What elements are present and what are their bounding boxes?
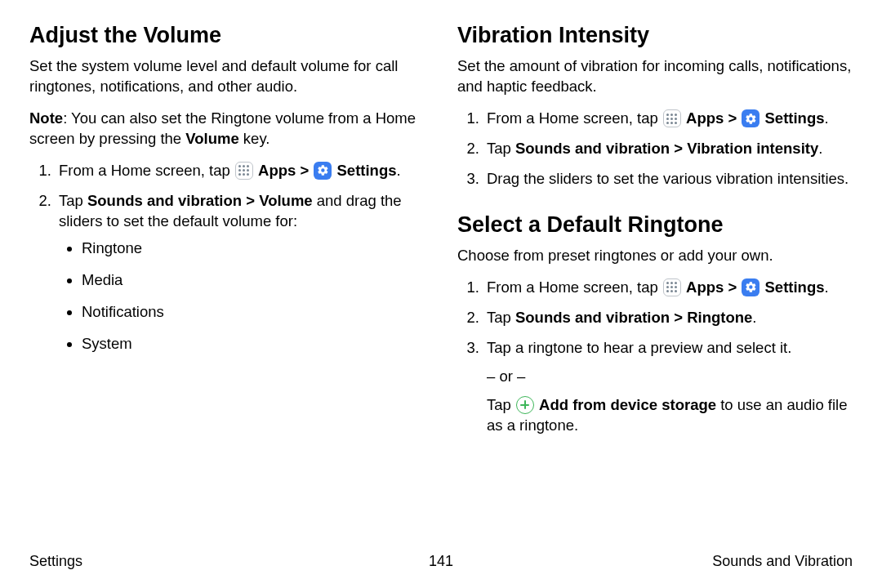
- intro-vibration-intensity: Set the amount of vibration for incoming…: [457, 56, 853, 97]
- settings-label: Settings: [765, 278, 825, 296]
- step-1: From a Home screen, tap Apps > Settings.: [56, 161, 425, 181]
- apps-icon: [235, 162, 253, 180]
- bullet-ringtone: Ringtone: [82, 238, 425, 259]
- step-2-bold: Sounds and vibration > Volume: [87, 192, 313, 209]
- step-3b-text-a: Tap: [487, 396, 515, 413]
- or-divider: – or –: [487, 367, 853, 387]
- apps-label: Apps: [686, 109, 724, 127]
- note-adjust-volume: Note: You can also set the Ringtone volu…: [29, 109, 425, 149]
- page-footer: Settings 141 Sounds and Vibration: [29, 553, 853, 570]
- step-3-alt: Tap Add from device storage to use an au…: [487, 395, 853, 436]
- period: .: [397, 162, 401, 179]
- caret: >: [728, 109, 737, 127]
- settings-icon: [314, 162, 332, 180]
- intro-default-ringtone: Choose from preset ringtones or add your…: [457, 246, 853, 266]
- steps-vibration-intensity: From a Home screen, tap Apps > Settings.…: [457, 109, 853, 189]
- step-2: Tap Sounds and vibration > Ringtone.: [483, 308, 853, 328]
- step-3: Drag the sliders to set the various vibr…: [483, 169, 853, 189]
- note-label: Note: [29, 109, 63, 127]
- heading-adjust-volume: Adjust the Volume: [29, 23, 425, 48]
- footer-page-number: 141: [429, 553, 453, 570]
- step-1: From a Home screen, tap Apps > Settings.: [483, 109, 853, 129]
- intro-adjust-volume: Set the system volume level and default …: [29, 56, 425, 97]
- heading-default-ringtone: Select a Default Ringtone: [457, 212, 853, 238]
- bullet-notifications: Notifications: [82, 302, 425, 323]
- step-3-text: Tap a ringtone to hear a preview and sel…: [487, 339, 791, 356]
- step-3b-bold: Add from device storage: [539, 396, 716, 413]
- step-1-text-a: From a Home screen, tap: [59, 162, 234, 179]
- period: .: [818, 140, 822, 157]
- apps-label: Apps: [258, 162, 296, 179]
- step-2-text-a: Tap: [487, 309, 515, 326]
- apps-icon: [663, 278, 681, 296]
- period: .: [752, 309, 756, 326]
- period: .: [825, 278, 829, 296]
- step-2: Tap Sounds and vibration > Volume and dr…: [56, 191, 425, 354]
- step-2: Tap Sounds and vibration > Vibration int…: [483, 139, 853, 159]
- volume-bullets: Ringtone Media Notifications System: [59, 238, 425, 354]
- footer-left: Settings: [29, 553, 82, 570]
- step-1-text-a: From a Home screen, tap: [487, 278, 662, 296]
- caret: >: [300, 162, 309, 179]
- step-1-text-a: From a Home screen, tap: [487, 109, 662, 127]
- steps-default-ringtone: From a Home screen, tap Apps > Settings.…: [457, 278, 853, 436]
- heading-vibration-intensity: Vibration Intensity: [457, 23, 853, 48]
- step-2-text-a: Tap: [59, 192, 87, 209]
- apps-icon: [663, 109, 681, 127]
- bullet-media: Media: [82, 270, 425, 291]
- note-bold: Volume: [185, 130, 238, 147]
- settings-icon: [742, 109, 760, 127]
- step-1: From a Home screen, tap Apps > Settings.: [483, 278, 853, 298]
- period: .: [825, 109, 829, 127]
- settings-icon: [742, 278, 760, 296]
- note-text-2: key.: [239, 130, 270, 147]
- step-3: Tap a ringtone to hear a preview and sel…: [483, 338, 853, 436]
- settings-label: Settings: [765, 109, 825, 127]
- steps-adjust-volume: From a Home screen, tap Apps > Settings.…: [29, 161, 425, 354]
- plus-icon: [516, 396, 534, 414]
- bullet-system: System: [82, 334, 425, 354]
- settings-label: Settings: [337, 162, 397, 179]
- step-2-text-a: Tap: [487, 140, 515, 157]
- step-2-bold: Sounds and vibration > Vibration intensi…: [515, 140, 818, 157]
- apps-label: Apps: [686, 278, 724, 296]
- caret: >: [728, 278, 737, 296]
- footer-right: Sounds and Vibration: [712, 553, 853, 570]
- step-2-bold: Sounds and vibration > Ringtone: [515, 309, 752, 326]
